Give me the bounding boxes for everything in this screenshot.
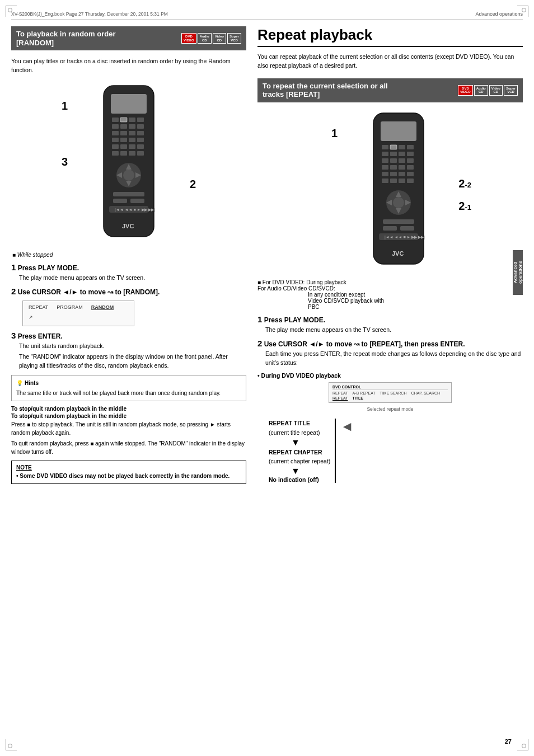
svg-rect-47	[399, 152, 405, 156]
corner-dot-br	[522, 744, 526, 748]
left-step2: 2 Use CURSOR ◄/► to move ↝ to [RANDOM].	[11, 287, 246, 296]
svg-rect-40	[381, 121, 416, 141]
no-indication-item: No indication (off)	[269, 476, 330, 483]
svg-point-70	[393, 197, 404, 208]
arrow-1: ▼	[291, 438, 330, 448]
random-intro: You can play titles or tracks on a disc …	[11, 57, 246, 75]
svg-rect-15	[120, 138, 127, 142]
menu-cursor: ↗	[29, 313, 128, 322]
right-column: Repeat playback You can repeat playback …	[257, 26, 523, 489]
svg-rect-7	[120, 124, 127, 129]
svg-rect-11	[120, 131, 127, 135]
right-step2-desc: Each time you press ENTER, the repeat mo…	[265, 350, 523, 368]
note-label: NOTE	[16, 464, 241, 471]
hint1-text: The same title or track will not be play…	[16, 389, 241, 397]
cycle-arrow-right: ◄	[340, 419, 354, 434]
note-box: NOTE • Some DVD VIDEO discs may not be p…	[11, 461, 246, 484]
hints-box: 💡 Hints The same title or track will not…	[11, 375, 246, 401]
dvd-display-header: DVD CONTROL	[332, 385, 448, 390]
right-step1-num: 1	[257, 314, 262, 324]
random-section-header: To playback in random order [RANDOM] DVD…	[12, 27, 246, 50]
dvd-note-line2: For Audio CD/Video CD/SVCD:	[257, 285, 523, 292]
badge-audio: AudioCD	[198, 33, 212, 44]
svg-rect-61	[382, 179, 388, 183]
svg-text:|◄◄  ◄◄  ■  ►  ▶▶  ▶▶|: |◄◄ ◄◄ ■ ► ▶▶ ▶▶|	[115, 208, 155, 212]
badge-dvd: DVDVIDEO	[181, 33, 196, 44]
step-label-2-1-right: 2-1	[458, 200, 471, 213]
svg-rect-63	[399, 179, 405, 183]
stop-text2: To quit random playback, press ■ again w…	[11, 439, 246, 456]
left-step3-title: 3 Press ENTER.	[11, 331, 246, 340]
badge-dvd-r: DVDVIDEO	[458, 85, 473, 96]
svg-rect-55	[399, 165, 405, 170]
svg-rect-50	[390, 158, 397, 163]
hints-icon: 💡	[16, 379, 23, 387]
selected-mode-label: Selected repeat mode	[257, 406, 523, 412]
left-step2-title: 2 Use CURSOR ◄/► to move ↝ to [RANDOM].	[11, 287, 246, 296]
step-label-1-right: 1	[331, 127, 338, 140]
svg-rect-10	[112, 131, 119, 135]
svg-rect-71	[383, 219, 414, 224]
dvd-note-line3: In any condition except	[308, 292, 523, 298]
menu-row: REPEAT PROGRAM RANDOM	[29, 304, 128, 310]
note-content: • Some DVD VIDEO discs may not be played…	[16, 472, 241, 480]
badge-audio-r: AudioCD	[474, 85, 488, 96]
svg-rect-19	[120, 144, 127, 149]
left-step3-desc2: The "RANDOM" indicator appears in the di…	[19, 353, 246, 370]
step-label-1-left: 1	[62, 100, 68, 112]
svg-rect-8	[129, 124, 135, 129]
svg-rect-56	[407, 165, 414, 170]
hints-text: Hints	[25, 379, 39, 387]
stopped-note: ■ While stopped	[12, 252, 246, 258]
badge-video-r: VideoCD	[489, 85, 503, 96]
repeat-cycle-diagram: REPEAT TITLE (current title repeat) ▼ RE…	[269, 419, 523, 483]
left-step1-title: 1 Press PLAY MODE.	[11, 262, 246, 272]
random-section-title: To playback in random order [RANDOM]	[16, 30, 115, 47]
dvd-note-line5: PBC	[308, 304, 523, 310]
svg-rect-45	[382, 152, 388, 156]
dvd-row2-repeat: REPEAT	[332, 396, 348, 400]
right-step2-num: 2	[257, 339, 262, 348]
svg-rect-17	[137, 138, 144, 142]
svg-rect-60	[407, 172, 414, 176]
left-step1: 1 Press PLAY MODE. The play mode menu ap…	[11, 262, 246, 283]
svg-rect-62	[390, 179, 397, 183]
page-number: 27	[505, 738, 512, 745]
random-remote-area: |◄◄ ◄◄ ■ ► ▶▶ ▶▶| JVC 1 3 2	[11, 83, 246, 246]
corner-dot-tl	[8, 8, 12, 12]
right-step2-label: Use CURSOR ◄/► to move ↝ to [REPEAT], th…	[264, 340, 465, 348]
step3-num: 3	[11, 331, 16, 340]
random-remote-wrap: |◄◄ ◄◄ ■ ► ▶▶ ▶▶| JVC 1 3 2	[78, 83, 179, 246]
left-column: To playback in random order [RANDOM] DVD…	[11, 26, 246, 489]
random-section-box: To playback in random order [RANDOM] DVD…	[11, 26, 246, 50]
badge-super-vcd: SuperVCD	[227, 33, 241, 44]
repeat-chapter-item: REPEAT CHAPTER (current chapter repeat)	[269, 448, 330, 467]
svg-rect-9	[137, 124, 144, 129]
svg-rect-14	[112, 138, 119, 142]
repeat-section-box: To repeat the current selection or all t…	[257, 78, 523, 102]
arrow-2: ▼	[291, 466, 330, 476]
stop-text1: Press ■ to stop playback. The unit is st…	[11, 420, 246, 437]
svg-rect-12	[129, 131, 135, 135]
svg-rect-33	[113, 199, 127, 203]
menu-item-program: PROGRAM	[57, 304, 83, 310]
svg-rect-53	[382, 165, 388, 170]
corner-dot-tr	[522, 8, 526, 12]
right-step1: 1 Press PLAY MODE. The play mode menu ap…	[257, 314, 523, 335]
svg-rect-2	[112, 118, 119, 122]
svg-rect-72	[383, 226, 397, 231]
svg-rect-22	[112, 151, 119, 156]
stop-title: To stop/quit random playback in the midd…	[11, 406, 246, 412]
svg-rect-59	[399, 172, 405, 176]
svg-rect-4	[129, 118, 135, 122]
repeat-cycle-bracket: REPEAT TITLE (current title repeat) ▼ RE…	[269, 419, 336, 483]
svg-rect-20	[129, 144, 135, 149]
svg-rect-5	[137, 118, 144, 122]
corner-dot-bl	[8, 744, 12, 748]
right-step2-title: 2 Use CURSOR ◄/► to move ↝ to [REPEAT], …	[257, 339, 523, 348]
svg-rect-73	[400, 226, 414, 231]
svg-rect-48	[407, 152, 414, 156]
svg-rect-43	[399, 145, 405, 149]
repeat-remote-wrap: |◄◄ ◄◄ ■ ► ▶▶ ▶▶| JVC 1 2-2 2-1	[348, 110, 449, 274]
svg-rect-32	[113, 192, 144, 196]
